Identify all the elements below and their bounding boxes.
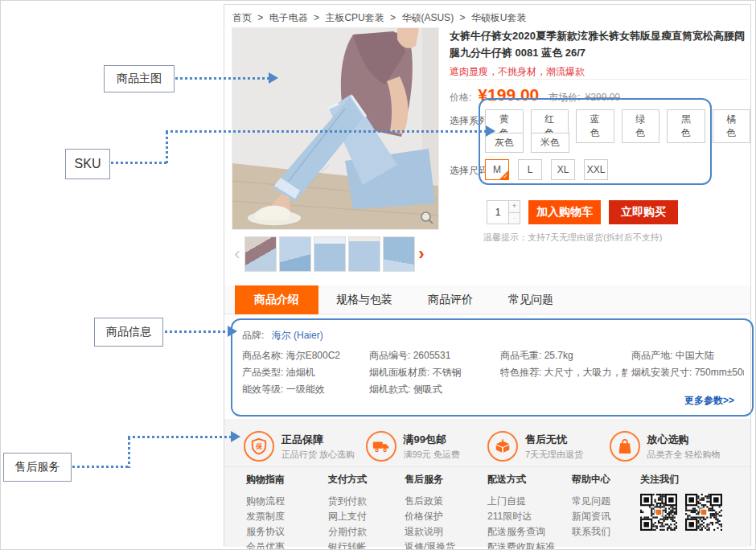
quantity-increase-button[interactable]: + — [509, 200, 520, 213]
annotation-after-sales-label: 售后服务 — [3, 453, 72, 482]
more-params-link[interactable]: 更多参数>> — [684, 394, 734, 408]
service-title: 正品保障 — [281, 433, 355, 447]
param-column: 商品名称: 海尔E800C2 产品类型: 油烟机 能效等级: 一级能效 — [242, 347, 364, 398]
breadcrumb: 首页 > 电子电器 > 主板CPU套装 > 华硕(ASUS) > 华硕板U套装 — [232, 11, 530, 25]
footer-link[interactable]: 网上支付 — [328, 509, 367, 524]
param-item: 商品编号: 2605531 — [369, 347, 496, 364]
annotation-arrowhead — [228, 326, 237, 337]
footer-link[interactable]: 发票制度 — [246, 509, 285, 524]
param-item: 能效等级: 一级能效 — [242, 381, 364, 398]
service-item: 满99包邮 满99元 免运费 — [366, 426, 488, 466]
annotation-dashed-line — [128, 436, 231, 438]
size-option[interactable]: L — [518, 159, 542, 180]
footer-link[interactable]: 上门自提 — [487, 494, 555, 509]
annotation-text: 售后服务 — [15, 460, 60, 474]
check-icon: ✓ — [503, 173, 508, 180]
breadcrumb-item[interactable]: 主板CPU套装 — [325, 12, 384, 23]
footer-link[interactable]: 退款说明 — [405, 524, 455, 540]
footer-link[interactable]: 新闻资讯 — [572, 509, 610, 524]
series-option[interactable]: 绿色 — [622, 109, 660, 143]
footer-column-title: 购物指南 — [246, 473, 285, 486]
service-desc: 正品行货 放心选购 — [281, 449, 355, 461]
breadcrumb-separator: > — [257, 12, 263, 23]
footer-link[interactable]: 购物流程 — [246, 494, 285, 509]
breadcrumb-item[interactable]: 华硕(ASUS) — [401, 12, 454, 23]
thumbnail[interactable] — [383, 236, 415, 272]
thumbnail[interactable] — [348, 236, 380, 272]
magnifier-icon[interactable] — [420, 211, 434, 225]
footer-link[interactable]: 价格保护 — [405, 509, 455, 524]
thumbs-prev-icon[interactable]: ‹ — [232, 236, 243, 272]
brand-link[interactable]: 海尔 (Haier) — [272, 330, 323, 341]
buy-now-button[interactable]: 立即购买 — [609, 200, 678, 224]
thumbs-next-icon[interactable]: › — [416, 236, 427, 272]
annotation-text: 商品信息 — [106, 325, 151, 339]
footer-link[interactable]: 配送费收取标准 — [487, 540, 555, 550]
service-item: 保 正品保障 正品行货 放心选购 — [244, 426, 366, 466]
series-option[interactable]: 黑色 — [667, 109, 705, 143]
footer-follow: 关注我们 — [640, 473, 722, 531]
footer-link[interactable]: 配送服务查询 — [487, 524, 555, 540]
tab-faq[interactable]: 常见问题 — [491, 285, 571, 314]
param-item: 特色推荐: 大尺寸，大吸力，静音... — [500, 364, 627, 381]
quantity-decrease-button[interactable]: - — [509, 213, 520, 225]
tab-reviews[interactable]: 商品评价 — [410, 285, 491, 314]
footer-column: 支付方式 货到付款 网上支付 分期付款 银行转帐 — [328, 473, 367, 550]
size-text: L — [528, 164, 533, 175]
service-title: 售后无忧 — [525, 433, 583, 447]
size-option[interactable]: XL — [551, 159, 575, 180]
annotation-arrowhead — [231, 431, 240, 442]
size-option[interactable]: XXL — [584, 159, 608, 180]
footer-link[interactable]: 211限时达 — [487, 509, 555, 524]
annotation-text: SKU — [75, 157, 101, 171]
footer-link[interactable]: 分期付款 — [328, 524, 367, 540]
qr-code — [640, 494, 677, 531]
annotation-arrowhead — [269, 72, 278, 84]
product-page-panel: 首页 > 电子电器 > 主板CPU套装 > 华硕(ASUS) > 华硕板U套装 — [224, 4, 751, 546]
shield-icon: 保 — [244, 431, 274, 462]
market-price-label: 市场价: — [549, 91, 580, 105]
breadcrumb-separator: > — [314, 12, 319, 23]
thumbnail[interactable] — [244, 236, 277, 272]
warm-tip: 温馨提示：支持7天无理由退货(拆封后不支持) — [483, 232, 662, 244]
annotation-text: 商品主图 — [117, 72, 162, 86]
footer-link[interactable]: 货到付款 — [328, 494, 367, 509]
footer-link[interactable]: 售后政策 — [405, 494, 455, 509]
size-options-row: M ✓ L XL XXL — [485, 159, 608, 180]
series-option[interactable]: 橘色 — [713, 109, 751, 143]
footer-column-title: 配送方式 — [487, 473, 555, 486]
detail-tabbar: 商品介绍 规格与包装 商品评价 常见问题 — [224, 285, 750, 314]
thumbnail[interactable] — [314, 236, 346, 272]
promo-text: 遮肉显瘦，不挑身材，潮流爆款 — [450, 65, 585, 79]
breadcrumb-item[interactable]: 华硕板U套装 — [471, 12, 527, 23]
product-title: 女裤牛仔裤女2020夏季新款泫雅长裤女韩版显瘦直筒宽松高腰阔腿九分牛仔裤 008… — [450, 27, 749, 61]
market-price: ¥299.00 — [585, 92, 620, 103]
thumbnail[interactable] — [279, 236, 311, 272]
breadcrumb-item[interactable]: 首页 — [232, 12, 252, 23]
quantity-value[interactable]: 1 — [487, 200, 509, 224]
series-option[interactable]: 米色 — [531, 133, 569, 153]
footer-link[interactable]: 服务协议 — [246, 524, 285, 540]
footer-link[interactable]: 常见问题 — [572, 494, 610, 509]
tab-product-intro[interactable]: 商品介绍 — [235, 285, 318, 314]
tab-spec-packaging[interactable]: 规格与包装 — [318, 285, 410, 314]
brand-label: 品牌: — [242, 330, 264, 341]
annotation-dashed-line — [175, 77, 269, 80]
product-main-image[interactable] — [232, 27, 439, 230]
breadcrumb-item[interactable]: 电子电器 — [269, 12, 308, 23]
price-label: 价格: — [450, 91, 471, 105]
footer-link[interactable]: 联系我们 — [572, 524, 610, 540]
divider — [450, 79, 749, 80]
annotation-dashed-line — [165, 330, 228, 333]
size-option-selected[interactable]: M ✓ — [485, 159, 509, 180]
package-icon — [487, 431, 518, 462]
service-desc: 满99元 免运费 — [404, 449, 460, 461]
footer-link[interactable]: 会员优惠 — [246, 540, 285, 550]
add-to-cart-button[interactable]: 加入购物车 — [528, 200, 601, 224]
service-bar: 保 正品保障 正品行货 放心选购 满99包邮 满99元 免运费 — [224, 419, 750, 467]
annotation-arrowhead — [486, 125, 495, 137]
param-item: 烟机款式: 侧吸式 — [369, 381, 496, 398]
footer-link[interactable]: 银行转帐 — [328, 540, 367, 550]
footer-link[interactable]: 返修/退换货 — [405, 540, 455, 550]
series-option[interactable]: 蓝色 — [576, 109, 614, 143]
